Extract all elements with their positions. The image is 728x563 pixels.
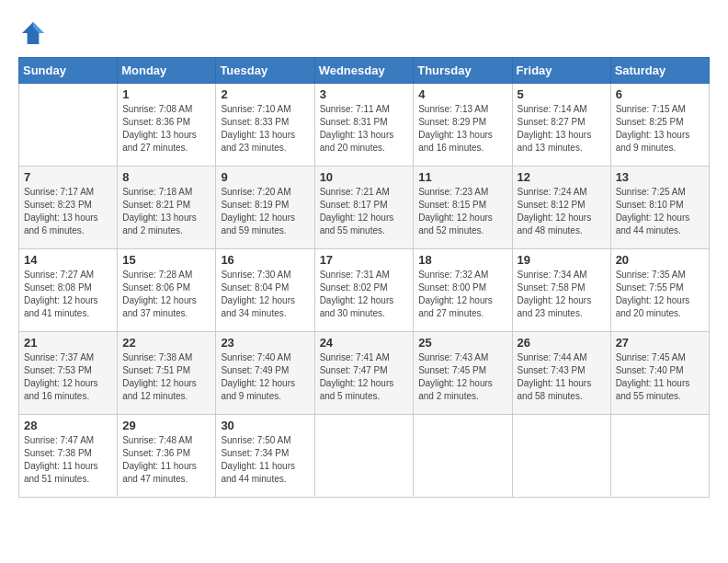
day-cell: 7Sunrise: 7:17 AM Sunset: 8:23 PM Daylig… <box>19 167 118 249</box>
day-number: 2 <box>221 87 309 101</box>
day-number: 18 <box>418 253 506 267</box>
day-number: 5 <box>518 87 606 101</box>
column-header-tuesday: Tuesday <box>216 58 314 84</box>
day-info: Sunrise: 7:32 AM Sunset: 8:00 PM Dayligh… <box>418 269 506 320</box>
day-cell <box>414 415 512 498</box>
day-cell: 4Sunrise: 7:13 AM Sunset: 8:29 PM Daylig… <box>414 84 512 167</box>
day-cell: 23Sunrise: 7:40 AM Sunset: 7:49 PM Dayli… <box>216 332 314 415</box>
day-number: 20 <box>616 253 704 267</box>
day-cell <box>314 415 414 498</box>
day-info: Sunrise: 7:11 AM Sunset: 8:31 PM Dayligh… <box>320 103 409 155</box>
day-number: 21 <box>24 336 112 350</box>
day-info: Sunrise: 7:24 AM Sunset: 8:12 PM Dayligh… <box>518 186 606 237</box>
day-info: Sunrise: 7:40 AM Sunset: 7:49 PM Dayligh… <box>221 351 309 403</box>
day-info: Sunrise: 7:34 AM Sunset: 7:58 PM Dayligh… <box>518 269 606 320</box>
header-row: SundayMondayTuesdayWednesdayThursdayFrid… <box>19 58 710 84</box>
day-info: Sunrise: 7:30 AM Sunset: 8:04 PM Dayligh… <box>221 269 309 320</box>
week-row-5: 28Sunrise: 7:47 AM Sunset: 7:38 PM Dayli… <box>19 415 710 498</box>
logo <box>18 18 51 48</box>
day-number: 10 <box>320 170 409 184</box>
day-number: 23 <box>221 336 309 350</box>
day-cell: 12Sunrise: 7:24 AM Sunset: 8:12 PM Dayli… <box>512 167 610 249</box>
day-cell: 17Sunrise: 7:31 AM Sunset: 8:02 PM Dayli… <box>314 249 414 332</box>
day-number: 9 <box>221 170 309 184</box>
day-info: Sunrise: 7:10 AM Sunset: 8:33 PM Dayligh… <box>221 103 309 155</box>
day-cell: 5Sunrise: 7:14 AM Sunset: 8:27 PM Daylig… <box>512 84 610 167</box>
day-info: Sunrise: 7:13 AM Sunset: 8:29 PM Dayligh… <box>418 103 506 155</box>
week-row-2: 7Sunrise: 7:17 AM Sunset: 8:23 PM Daylig… <box>19 167 710 249</box>
logo-icon <box>18 18 48 48</box>
column-header-saturday: Saturday <box>610 58 709 84</box>
day-cell: 25Sunrise: 7:43 AM Sunset: 7:45 PM Dayli… <box>414 332 512 415</box>
day-cell: 10Sunrise: 7:21 AM Sunset: 8:17 PM Dayli… <box>314 167 414 249</box>
day-cell: 13Sunrise: 7:25 AM Sunset: 8:10 PM Dayli… <box>610 167 709 249</box>
day-cell: 3Sunrise: 7:11 AM Sunset: 8:31 PM Daylig… <box>314 84 414 167</box>
day-cell: 30Sunrise: 7:50 AM Sunset: 7:34 PM Dayli… <box>216 415 314 498</box>
day-cell: 27Sunrise: 7:45 AM Sunset: 7:40 PM Dayli… <box>610 332 709 415</box>
day-cell: 1Sunrise: 7:08 AM Sunset: 8:36 PM Daylig… <box>118 84 216 167</box>
day-number: 15 <box>122 253 210 267</box>
day-info: Sunrise: 7:48 AM Sunset: 7:36 PM Dayligh… <box>122 434 210 486</box>
calendar-body: 1Sunrise: 7:08 AM Sunset: 8:36 PM Daylig… <box>19 84 710 498</box>
day-cell: 22Sunrise: 7:38 AM Sunset: 7:51 PM Dayli… <box>118 332 216 415</box>
day-cell: 21Sunrise: 7:37 AM Sunset: 7:53 PM Dayli… <box>19 332 118 415</box>
day-info: Sunrise: 7:14 AM Sunset: 8:27 PM Dayligh… <box>518 103 606 155</box>
day-cell: 2Sunrise: 7:10 AM Sunset: 8:33 PM Daylig… <box>216 84 314 167</box>
day-number: 25 <box>418 336 506 350</box>
day-number: 29 <box>122 419 210 432</box>
day-number: 26 <box>518 336 606 350</box>
day-cell: 11Sunrise: 7:23 AM Sunset: 8:15 PM Dayli… <box>414 167 512 249</box>
day-number: 17 <box>320 253 409 267</box>
day-info: Sunrise: 7:38 AM Sunset: 7:51 PM Dayligh… <box>122 351 210 403</box>
day-info: Sunrise: 7:25 AM Sunset: 8:10 PM Dayligh… <box>616 186 704 237</box>
day-info: Sunrise: 7:31 AM Sunset: 8:02 PM Dayligh… <box>320 269 409 320</box>
day-cell: 15Sunrise: 7:28 AM Sunset: 8:06 PM Dayli… <box>118 249 216 332</box>
day-info: Sunrise: 7:47 AM Sunset: 7:38 PM Dayligh… <box>24 434 112 486</box>
day-number: 24 <box>320 336 409 350</box>
column-header-thursday: Thursday <box>414 58 512 84</box>
day-number: 30 <box>221 419 309 432</box>
day-info: Sunrise: 7:41 AM Sunset: 7:47 PM Dayligh… <box>320 351 409 403</box>
day-info: Sunrise: 7:35 AM Sunset: 7:55 PM Dayligh… <box>616 269 704 320</box>
calendar-table: SundayMondayTuesdayWednesdayThursdayFrid… <box>18 57 710 498</box>
day-cell <box>19 84 118 167</box>
day-number: 3 <box>320 87 409 101</box>
day-number: 6 <box>616 87 704 101</box>
day-number: 4 <box>418 87 506 101</box>
day-cell: 24Sunrise: 7:41 AM Sunset: 7:47 PM Dayli… <box>314 332 414 415</box>
day-info: Sunrise: 7:15 AM Sunset: 8:25 PM Dayligh… <box>616 103 704 155</box>
day-info: Sunrise: 7:20 AM Sunset: 8:19 PM Dayligh… <box>221 186 309 237</box>
day-number: 19 <box>518 253 606 267</box>
day-info: Sunrise: 7:23 AM Sunset: 8:15 PM Dayligh… <box>418 186 506 237</box>
day-info: Sunrise: 7:45 AM Sunset: 7:40 PM Dayligh… <box>616 351 704 403</box>
day-number: 22 <box>122 336 210 350</box>
day-cell: 9Sunrise: 7:20 AM Sunset: 8:19 PM Daylig… <box>216 167 314 249</box>
week-row-4: 21Sunrise: 7:37 AM Sunset: 7:53 PM Dayli… <box>19 332 710 415</box>
day-info: Sunrise: 7:37 AM Sunset: 7:53 PM Dayligh… <box>24 351 112 403</box>
page-header <box>18 18 710 48</box>
day-cell: 16Sunrise: 7:30 AM Sunset: 8:04 PM Dayli… <box>216 249 314 332</box>
day-cell: 18Sunrise: 7:32 AM Sunset: 8:00 PM Dayli… <box>414 249 512 332</box>
day-number: 28 <box>24 419 112 432</box>
day-cell <box>512 415 610 498</box>
day-cell: 29Sunrise: 7:48 AM Sunset: 7:36 PM Dayli… <box>118 415 216 498</box>
week-row-1: 1Sunrise: 7:08 AM Sunset: 8:36 PM Daylig… <box>19 84 710 167</box>
day-cell: 20Sunrise: 7:35 AM Sunset: 7:55 PM Dayli… <box>610 249 709 332</box>
day-number: 12 <box>518 170 606 184</box>
day-info: Sunrise: 7:28 AM Sunset: 8:06 PM Dayligh… <box>122 269 210 320</box>
day-info: Sunrise: 7:08 AM Sunset: 8:36 PM Dayligh… <box>122 103 210 155</box>
column-header-wednesday: Wednesday <box>314 58 414 84</box>
day-number: 7 <box>24 170 112 184</box>
column-header-sunday: Sunday <box>19 58 118 84</box>
day-number: 13 <box>616 170 704 184</box>
day-info: Sunrise: 7:50 AM Sunset: 7:34 PM Dayligh… <box>221 434 309 486</box>
day-info: Sunrise: 7:43 AM Sunset: 7:45 PM Dayligh… <box>418 351 506 403</box>
day-number: 11 <box>418 170 506 184</box>
day-number: 1 <box>122 87 210 101</box>
day-cell: 19Sunrise: 7:34 AM Sunset: 7:58 PM Dayli… <box>512 249 610 332</box>
day-cell: 6Sunrise: 7:15 AM Sunset: 8:25 PM Daylig… <box>610 84 709 167</box>
day-info: Sunrise: 7:17 AM Sunset: 8:23 PM Dayligh… <box>24 186 112 237</box>
day-number: 27 <box>616 336 704 350</box>
day-cell <box>610 415 709 498</box>
day-info: Sunrise: 7:18 AM Sunset: 8:21 PM Dayligh… <box>122 186 210 237</box>
